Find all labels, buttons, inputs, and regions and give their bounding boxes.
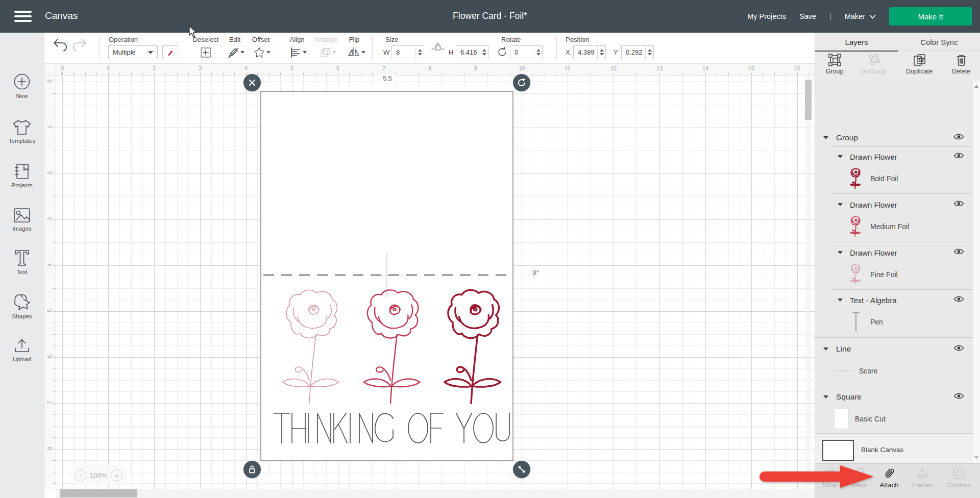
toolbar-divider <box>184 36 184 59</box>
topbar-right-group: My Projects Save | Maker Make It <box>747 0 972 33</box>
eye-visibility-icon[interactable] <box>953 344 964 354</box>
sidebar-item-shapes[interactable]: Shapes <box>0 293 44 319</box>
eye-visibility-icon[interactable] <box>953 133 964 142</box>
layer-basic-cut[interactable]: Basic Cut <box>815 407 980 431</box>
y-position-stepper[interactable] <box>645 45 653 59</box>
white-square-thumbnail <box>835 409 848 429</box>
group-button[interactable]: Group <box>818 53 851 75</box>
sidebar-item-new[interactable]: New <box>0 72 44 99</box>
selection-resize-handle[interactable] <box>513 461 530 478</box>
scroll-down-arrow-icon[interactable] <box>974 456 978 459</box>
arrange-button[interactable] <box>320 47 331 58</box>
layer-drawn-flower-header[interactable]: Drawn Flower <box>815 195 980 214</box>
layer-separator <box>815 386 980 386</box>
align-icon <box>290 47 301 58</box>
layer-fine-foil[interactable]: Fine Foil <box>815 262 980 287</box>
my-projects-link[interactable]: My Projects <box>747 12 786 20</box>
flip-caret-icon[interactable] <box>361 51 365 54</box>
notebook-icon <box>13 163 31 180</box>
vertical-scroll-thumb[interactable] <box>805 80 812 120</box>
ruler-h-number: 13 <box>653 65 666 71</box>
horizontal-scrollbar[interactable] <box>56 489 815 498</box>
lock-icon <box>431 42 445 52</box>
horizontal-scroll-thumb[interactable] <box>60 489 137 497</box>
rotate-button[interactable] <box>497 46 508 58</box>
panel-scrollbar[interactable] <box>973 81 980 463</box>
width-stepper[interactable] <box>415 45 424 59</box>
deselect-button[interactable] <box>200 46 212 59</box>
operation-dropdown[interactable]: Multiple <box>108 45 158 59</box>
layer-text-algebra-header[interactable]: Text - Algebra <box>815 291 980 309</box>
layer-actions: Group UnGroup Duplicate Delete <box>815 51 980 81</box>
duplicate-button[interactable]: Duplicate <box>903 53 936 75</box>
undo-button[interactable] <box>53 37 68 52</box>
card-object[interactable] <box>261 92 512 460</box>
caret-down-icon[interactable] <box>823 347 828 351</box>
layer-square-header[interactable]: Square <box>815 388 980 406</box>
layer-group-header[interactable]: Group <box>815 129 980 147</box>
rotate-icon <box>497 46 508 58</box>
tab-layers[interactable]: Layers <box>815 33 898 51</box>
caret-down-icon[interactable] <box>838 203 843 206</box>
edit-caret-icon[interactable] <box>240 51 244 54</box>
flip-button[interactable] <box>348 47 360 58</box>
eye-visibility-icon[interactable] <box>953 152 964 161</box>
flower-thumbnail <box>849 263 862 286</box>
attach-button[interactable]: Attach <box>874 467 904 489</box>
selection-close-handle[interactable] <box>243 74 261 91</box>
layer-score[interactable]: Score <box>815 359 980 383</box>
contour-icon <box>952 467 966 480</box>
close-icon <box>249 79 256 86</box>
eye-visibility-icon[interactable] <box>953 295 964 305</box>
sidebar-item-images[interactable]: Images <box>0 207 44 232</box>
height-stepper[interactable] <box>480 45 488 59</box>
scroll-up-arrow-icon[interactable] <box>974 85 978 88</box>
vertical-scrollbar[interactable] <box>805 76 812 489</box>
caret-down-icon[interactable] <box>823 136 828 139</box>
sidebar-item-templates[interactable]: Templates <box>0 118 44 144</box>
ruler-v-number: 3 <box>46 214 53 224</box>
eye-visibility-icon[interactable] <box>953 248 964 257</box>
caret-down-icon[interactable] <box>823 395 828 399</box>
shapes-icon <box>13 293 31 311</box>
offset-caret-icon[interactable] <box>266 51 271 54</box>
edit-button[interactable] <box>228 47 239 58</box>
delete-button[interactable]: Delete <box>945 53 977 75</box>
zoom-out-button[interactable]: − <box>75 469 86 481</box>
layer-drawn-flower-header[interactable]: Drawn Flower <box>815 243 980 262</box>
tab-color-sync[interactable]: Color Sync <box>898 33 980 51</box>
make-it-button[interactable]: Make It <box>889 7 972 26</box>
align-caret-icon[interactable] <box>303 51 307 54</box>
layer-medium-foil[interactable]: Medium Foil <box>815 214 980 239</box>
x-position-stepper[interactable] <box>597 45 605 59</box>
eye-visibility-icon[interactable] <box>953 200 964 209</box>
selection-rotate-handle[interactable] <box>513 74 530 91</box>
sidebar-item-text[interactable]: Text <box>0 248 44 275</box>
offset-button[interactable] <box>254 47 265 58</box>
ruler-h-number: 1 <box>102 65 114 71</box>
layer-line-header[interactable]: Line <box>815 340 980 358</box>
caret-down-icon[interactable] <box>838 155 843 158</box>
save-link[interactable]: Save <box>799 12 816 20</box>
blank-canvas-swatch[interactable] <box>822 440 854 461</box>
sidebar-item-upload[interactable]: Upload <box>0 337 44 362</box>
layer-drawn-flower-header[interactable]: Drawn Flower <box>815 147 980 166</box>
zoom-in-button[interactable]: + <box>111 469 122 481</box>
letter-t-icon <box>13 248 31 267</box>
redo-button[interactable] <box>72 37 87 52</box>
red-callout-arrow <box>758 464 877 489</box>
sidebar-item-projects[interactable]: Projects <box>0 163 44 188</box>
layer-pen[interactable]: Pen <box>815 310 980 334</box>
layer-bold-foil[interactable]: Bold Foil <box>815 166 980 191</box>
machine-name: Maker <box>845 12 865 20</box>
eye-visibility-icon[interactable] <box>953 392 964 402</box>
arrange-caret-icon <box>332 51 336 54</box>
size-lock-button[interactable] <box>431 42 445 52</box>
align-button[interactable] <box>290 47 301 58</box>
caret-down-icon[interactable] <box>838 251 843 254</box>
selection-lock-handle[interactable] <box>243 461 261 478</box>
machine-selector[interactable]: Maker <box>845 12 876 20</box>
rotate-stepper[interactable] <box>534 45 542 59</box>
color-swatch-button[interactable] <box>162 45 178 59</box>
caret-down-icon[interactable] <box>838 298 843 302</box>
